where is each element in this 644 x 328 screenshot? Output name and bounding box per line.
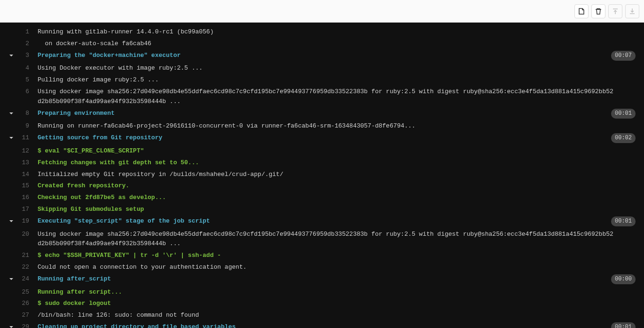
log-line-content: Fetching changes with git depth set to 5… xyxy=(34,158,644,168)
line-number[interactable]: 2 xyxy=(19,39,34,49)
log-line-content: Initialized empty Git repository in /bui… xyxy=(34,170,644,180)
line-number[interactable]: 16 xyxy=(19,193,34,203)
scroll-top-button[interactable] xyxy=(608,4,622,18)
line-number[interactable]: 24 xyxy=(19,274,34,286)
log-line: 26$ sudo docker logout xyxy=(0,298,644,310)
chevron-down-icon[interactable] xyxy=(8,52,14,62)
log-line-content: $ sudo docker logout xyxy=(34,299,644,309)
log-line-content: Running after script... xyxy=(34,288,644,297)
log-line: 19Executing "step_script" stage of the j… xyxy=(0,216,644,229)
chevron-down-icon[interactable] xyxy=(8,276,14,286)
log-line-content: $ eval "$CI_PRE_CLONE_SCRIPT" xyxy=(34,146,644,156)
section-duration-badge: 00:07 xyxy=(611,51,636,61)
log-line-content: Getting source from Git repository xyxy=(34,133,644,144)
log-line: 11Getting source from Git repository00:0… xyxy=(0,132,644,145)
line-number[interactable]: 27 xyxy=(19,311,34,320)
log-line-content: Running with gitlab-runner 14.4.0-rc1 (b… xyxy=(34,27,644,37)
log-line-content: Pulling docker image ruby:2.5 ... xyxy=(34,75,644,85)
log-line: 2 on docker-auto-scale fa6cab46 xyxy=(0,38,644,50)
line-number[interactable]: 22 xyxy=(19,263,34,272)
section-duration-badge: 00:00 xyxy=(611,274,636,284)
log-line-content: $ echo "$SSH_PRIVATE_KEY" | tr -d '\r' |… xyxy=(34,251,644,261)
log-line: 14Initialized empty Git repository in /b… xyxy=(0,169,644,181)
log-line-content: Preparing environment xyxy=(34,109,644,120)
log-line-content: Skipping Git submodules setup xyxy=(34,205,644,215)
log-line: 20Using docker image sha256:27d049ce98db… xyxy=(0,229,644,250)
line-number[interactable]: 19 xyxy=(19,216,34,228)
log-toolbar xyxy=(0,0,644,23)
line-number[interactable]: 3 xyxy=(19,51,34,62)
log-line-content: Running after_script xyxy=(34,274,644,286)
log-line: 15Created fresh repository. xyxy=(0,180,644,192)
log-line: 9Running on runner-fa6cab46-project-2961… xyxy=(0,120,644,132)
log-line-content: Executing "step_script" stage of the job… xyxy=(34,216,644,228)
log-line-content: Using docker image sha256:27d049ce98db4e… xyxy=(34,230,644,249)
log-line: 1Running with gitlab-runner 14.4.0-rc1 (… xyxy=(0,26,644,38)
chevron-down-icon[interactable] xyxy=(8,218,14,228)
file-icon xyxy=(578,8,585,15)
line-number[interactable]: 8 xyxy=(19,109,34,120)
line-number[interactable]: 26 xyxy=(19,299,34,309)
log-line: 12$ eval "$CI_PRE_CLONE_SCRIPT" xyxy=(0,145,644,157)
chevron-down-icon[interactable] xyxy=(8,324,14,328)
line-number[interactable]: 14 xyxy=(19,170,34,180)
line-number[interactable]: 21 xyxy=(19,251,34,261)
line-number[interactable]: 1 xyxy=(19,27,34,37)
line-number[interactable]: 15 xyxy=(19,181,34,191)
log-line: 24Running after_script00:00 xyxy=(0,273,644,287)
show-complete-raw-button[interactable] xyxy=(574,4,589,18)
log-line: 8Preparing environment00:01 xyxy=(0,108,644,121)
section-duration-badge: 00:01 xyxy=(611,322,636,328)
line-number[interactable]: 11 xyxy=(19,133,34,144)
log-line: 5Pulling docker image ruby:2.5 ... xyxy=(0,74,644,86)
line-number[interactable]: 13 xyxy=(19,158,34,168)
log-line-content: Cleaning up project directory and file b… xyxy=(34,322,644,328)
line-number[interactable]: 25 xyxy=(19,288,34,297)
log-line-content: Using docker image sha256:27d049ce98db4e… xyxy=(34,87,644,107)
line-number[interactable]: 20 xyxy=(19,230,34,249)
line-number[interactable]: 4 xyxy=(19,64,34,73)
log-line: 17Skipping Git submodules setup xyxy=(0,204,644,216)
log-line: 3Preparing the "docker+machine" executor… xyxy=(0,50,644,63)
log-line: 27/bin/bash: line 126: sudo: command not… xyxy=(0,310,644,321)
log-line: 25Running after script... xyxy=(0,287,644,298)
scroll-down-icon xyxy=(628,8,636,15)
log-line: 29Cleaning up project directory and file… xyxy=(0,321,644,328)
log-line-content: Could not open a connection to your auth… xyxy=(34,263,644,272)
line-number[interactable]: 9 xyxy=(19,121,34,131)
line-number[interactable]: 12 xyxy=(19,146,34,156)
log-line-content: on docker-auto-scale fa6cab46 xyxy=(34,39,644,49)
trash-icon xyxy=(595,8,602,15)
log-line-content: Preparing the "docker+machine" executor xyxy=(34,51,644,62)
chevron-down-icon[interactable] xyxy=(8,110,14,120)
job-log: 1Running with gitlab-runner 14.4.0-rc1 (… xyxy=(0,23,644,328)
section-duration-badge: 00:01 xyxy=(611,109,636,119)
log-line: 6Using docker image sha256:27d049ce98db4… xyxy=(0,86,644,108)
section-duration-badge: 00:01 xyxy=(611,216,636,226)
line-number[interactable]: 29 xyxy=(19,322,34,328)
scroll-up-icon xyxy=(612,8,619,15)
scroll-bottom-button[interactable] xyxy=(625,4,639,18)
log-line-content: Created fresh repository. xyxy=(34,181,644,191)
log-line: 21$ echo "$SSH_PRIVATE_KEY" | tr -d '\r'… xyxy=(0,250,644,262)
log-line-content: /bin/bash: line 126: sudo: command not f… xyxy=(34,311,644,320)
line-number[interactable]: 6 xyxy=(19,87,34,107)
log-line: 16Checking out 2fd87be5 as develop... xyxy=(0,192,644,204)
log-line: 13Fetching changes with git depth set to… xyxy=(0,157,644,169)
log-line: 4Using Docker executor with image ruby:2… xyxy=(0,63,644,74)
section-duration-badge: 00:02 xyxy=(611,133,636,143)
log-line: 22Could not open a connection to your au… xyxy=(0,262,644,273)
line-number[interactable]: 17 xyxy=(19,205,34,215)
line-number[interactable]: 5 xyxy=(19,75,34,85)
erase-job-log-button[interactable] xyxy=(591,4,605,18)
chevron-down-icon[interactable] xyxy=(8,135,14,144)
log-line-content: Checking out 2fd87be5 as develop... xyxy=(34,193,644,203)
log-line-content: Running on runner-fa6cab46-project-29616… xyxy=(34,121,644,131)
log-line-content: Using Docker executor with image ruby:2.… xyxy=(34,64,644,73)
